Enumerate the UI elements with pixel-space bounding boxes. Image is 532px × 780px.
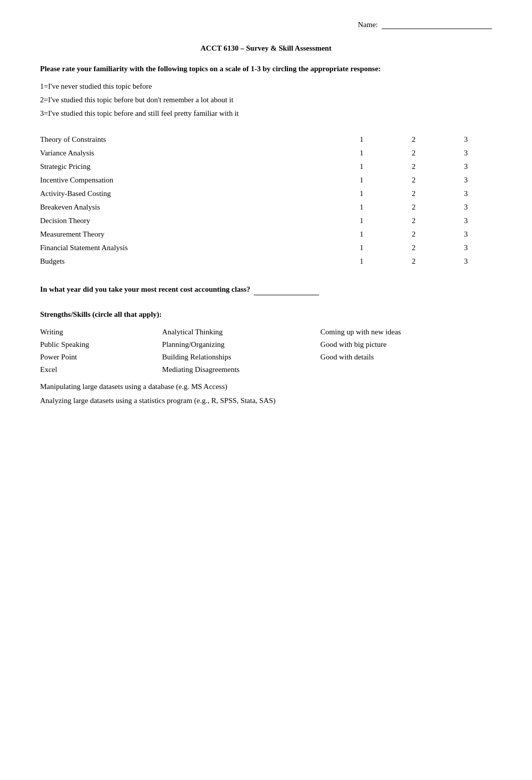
- scale-item-1: 1=I've never studied this topic before: [40, 81, 492, 92]
- table-row: Activity-Based Costing 1 2 3: [40, 187, 492, 201]
- topic-name: Strategic Pricing: [40, 160, 336, 173]
- skill-col2: Building Relationships: [162, 351, 321, 363]
- topic-num-1: 1: [336, 146, 388, 160]
- skill-col2: Planning/Organizing: [162, 338, 321, 351]
- topic-num-2: 2: [388, 173, 440, 187]
- skills-title: Strengths/Skills (circle all that apply)…: [40, 310, 492, 319]
- topic-name: Measurement Theory: [40, 228, 336, 241]
- topic-num-2: 2: [388, 228, 440, 241]
- topic-num-1: 1: [336, 201, 388, 214]
- table-row: Strategic Pricing 1 2 3: [40, 160, 492, 173]
- topic-num-2: 2: [388, 187, 440, 201]
- skill-col3: Good with big picture: [321, 338, 492, 351]
- skill-col3: Coming up with new ideas: [321, 326, 492, 338]
- table-row: Variance Analysis 1 2 3: [40, 146, 492, 160]
- skill-col3: [321, 363, 492, 376]
- skill-col1: Excel: [40, 363, 162, 376]
- year-input-line: [254, 283, 319, 295]
- skills-row: Excel Mediating Disagreements: [40, 363, 492, 376]
- topic-num-1: 1: [336, 187, 388, 201]
- year-question: In what year did you take your most rece…: [40, 283, 492, 295]
- table-row: Budgets 1 2 3: [40, 255, 492, 268]
- topic-num-1: 1: [336, 160, 388, 173]
- skill-col1: Writing: [40, 326, 162, 338]
- topics-table: Theory of Constraints 1 2 3 Variance Ana…: [40, 133, 492, 268]
- topic-name: Financial Statement Analysis: [40, 241, 336, 255]
- skills-row: Public Speaking Planning/Organizing Good…: [40, 338, 492, 351]
- skill-col2: Analytical Thinking: [162, 326, 321, 338]
- page-title: ACCT 6130 – Survey & Skill Assessment: [40, 44, 492, 53]
- topic-num-1: 1: [336, 228, 388, 241]
- topic-num-3: 3: [440, 228, 492, 241]
- table-row: Breakeven Analysis 1 2 3: [40, 201, 492, 214]
- instructions-heading: Please rate your familiarity with the fo…: [40, 64, 492, 74]
- topic-name: Decision Theory: [40, 214, 336, 228]
- topic-num-1: 1: [336, 133, 388, 146]
- skill-col3: Good with details: [321, 351, 492, 363]
- topic-num-2: 2: [388, 160, 440, 173]
- skills-table: Writing Analytical Thinking Coming up wi…: [40, 326, 492, 376]
- topic-num-3: 3: [440, 173, 492, 187]
- topic-num-3: 3: [440, 214, 492, 228]
- topic-num-2: 2: [388, 146, 440, 160]
- topic-num-2: 2: [388, 241, 440, 255]
- skills-extra-item: Analyzing large datasets using a statist…: [40, 395, 492, 407]
- topic-num-2: 2: [388, 133, 440, 146]
- table-row: Decision Theory 1 2 3: [40, 214, 492, 228]
- topic-name: Theory of Constraints: [40, 133, 336, 146]
- topic-num-1: 1: [336, 241, 388, 255]
- name-label: Name:: [358, 21, 378, 29]
- topic-name: Breakeven Analysis: [40, 201, 336, 214]
- table-row: Measurement Theory 1 2 3: [40, 228, 492, 241]
- topic-num-3: 3: [440, 187, 492, 201]
- topic-num-1: 1: [336, 255, 388, 268]
- topic-num-3: 3: [440, 133, 492, 146]
- table-row: Incentive Compensation 1 2 3: [40, 173, 492, 187]
- topic-num-2: 2: [388, 214, 440, 228]
- skills-extra-item: Manipulating large datasets using a data…: [40, 381, 492, 393]
- skill-col1: Power Point: [40, 351, 162, 363]
- topic-name: Variance Analysis: [40, 146, 336, 160]
- topic-name: Budgets: [40, 255, 336, 268]
- topic-name: Activity-Based Costing: [40, 187, 336, 201]
- scale-item-2: 2=I've studied this topic before but don…: [40, 95, 492, 105]
- topic-num-3: 3: [440, 160, 492, 173]
- skills-row: Power Point Building Relationships Good …: [40, 351, 492, 363]
- topic-num-1: 1: [336, 214, 388, 228]
- topic-num-3: 3: [440, 241, 492, 255]
- topic-num-2: 2: [388, 201, 440, 214]
- name-line: Name:: [40, 20, 492, 29]
- skill-col1: Public Speaking: [40, 338, 162, 351]
- topic-num-3: 3: [440, 146, 492, 160]
- table-row: Theory of Constraints 1 2 3: [40, 133, 492, 146]
- topic-num-3: 3: [440, 255, 492, 268]
- topic-name: Incentive Compensation: [40, 173, 336, 187]
- table-row: Financial Statement Analysis 1 2 3: [40, 241, 492, 255]
- topic-num-1: 1: [336, 173, 388, 187]
- scale-item-3: 3=I've studied this topic before and sti…: [40, 108, 492, 119]
- topic-num-2: 2: [388, 255, 440, 268]
- skill-col2: Mediating Disagreements: [162, 363, 321, 376]
- name-input-line: [382, 20, 492, 29]
- skills-row: Writing Analytical Thinking Coming up wi…: [40, 326, 492, 338]
- topic-num-3: 3: [440, 201, 492, 214]
